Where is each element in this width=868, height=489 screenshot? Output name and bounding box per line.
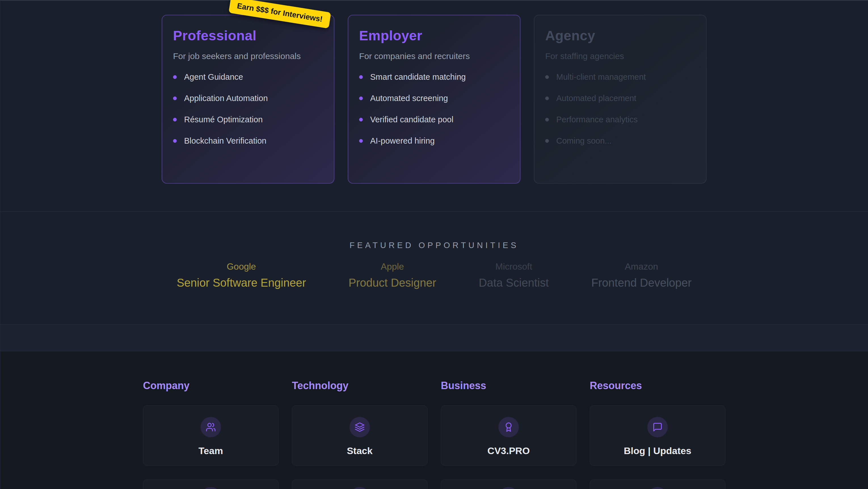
- site-footer: Company Technology Business Resources Te…: [0, 351, 868, 489]
- plan-title: Employer: [359, 28, 509, 44]
- footer-cards-row: Team Stack CV3.PRO Blog | Updates: [143, 405, 725, 466]
- footer-card-label: CV3.PRO: [487, 445, 530, 456]
- award-icon: [498, 417, 519, 437]
- plan-feature: Automated screening: [359, 94, 509, 103]
- plan-title: Professional: [173, 28, 323, 44]
- footer-card-icon: [647, 487, 668, 489]
- message-icon: [647, 417, 668, 437]
- footer-card-partial[interactable]: [441, 479, 577, 489]
- plan-feature: Smart candidate matching: [359, 73, 509, 82]
- users-icon: [200, 417, 221, 437]
- footer-heading-resources: Resources: [590, 380, 725, 392]
- footer-headings-row: Company Technology Business Resources: [143, 380, 725, 405]
- plan-feature: Multi-client management: [545, 73, 695, 82]
- featured-opportunities-section: FEATURED OPPORTUNITIES Google Senior Sof…: [0, 211, 868, 324]
- footer-card-blog[interactable]: Blog | Updates: [590, 405, 725, 466]
- footer-card-stack[interactable]: Stack: [292, 405, 428, 466]
- bullet-dot-icon: [173, 139, 177, 143]
- bullet-dot-icon: [545, 75, 549, 79]
- plan-feature: Agent Guidance: [173, 73, 323, 82]
- job-role: Senior Software Engineer: [177, 277, 306, 289]
- plans-section: Earn $$$ for Interviews! Professional Fo…: [0, 0, 868, 211]
- footer-card-label: Blog | Updates: [624, 445, 691, 456]
- job-company: Amazon: [591, 261, 692, 272]
- plan-feature: Automated placement: [545, 94, 695, 103]
- cta-strip: [0, 324, 868, 351]
- plan-subtitle: For staffing agencies: [545, 51, 695, 61]
- bullet-dot-icon: [359, 96, 363, 100]
- featured-jobs-row: Google Senior Software Engineer Apple Pr…: [0, 261, 868, 289]
- footer-heading-business: Business: [441, 380, 577, 392]
- footer-card-label: Stack: [347, 445, 373, 456]
- bullet-dot-icon: [545, 118, 549, 121]
- footer-cards-row-partial: [143, 479, 725, 489]
- job-company: Apple: [349, 261, 436, 272]
- plan-feature-list: Smart candidate matching Automated scree…: [359, 73, 509, 146]
- job-role: Product Designer: [349, 277, 436, 289]
- bullet-dot-icon: [173, 96, 177, 100]
- plan-feature: Coming soon...: [545, 136, 695, 146]
- featured-job-google[interactable]: Google Senior Software Engineer: [177, 261, 306, 289]
- footer-card-partial[interactable]: [292, 479, 428, 489]
- job-company: Microsoft: [479, 261, 549, 272]
- footer-heading-technology: Technology: [292, 380, 428, 392]
- plan-feature: Résumé Optimization: [173, 115, 323, 124]
- footer-card-label: Team: [198, 445, 223, 456]
- featured-job-apple[interactable]: Apple Product Designer: [349, 261, 436, 289]
- footer-card-partial[interactable]: [143, 479, 279, 489]
- plan-card-agency: Agency For staffing agencies Multi-clien…: [534, 15, 707, 183]
- footer-card-cv3pro[interactable]: CV3.PRO: [441, 405, 577, 466]
- bullet-dot-icon: [173, 75, 177, 79]
- plan-feature: Application Automation: [173, 94, 323, 103]
- bullet-dot-icon: [359, 75, 363, 79]
- plan-feature-list: Agent Guidance Application Automation Ré…: [173, 73, 323, 146]
- footer-card-icon: [200, 487, 221, 489]
- plan-feature: Performance analytics: [545, 115, 695, 124]
- plan-feature: Verified candidate pool: [359, 115, 509, 124]
- layers-icon: [349, 417, 370, 437]
- footer-card-partial[interactable]: [590, 479, 725, 489]
- plan-card-employer[interactable]: Employer For companies and recruiters Sm…: [348, 15, 521, 183]
- plans-row: Earn $$$ for Interviews! Professional Fo…: [0, 15, 868, 183]
- featured-job-microsoft[interactable]: Microsoft Data Scientist: [479, 261, 549, 289]
- plan-feature: AI-powered hiring: [359, 136, 509, 146]
- bullet-dot-icon: [545, 139, 549, 143]
- job-company: Google: [177, 261, 306, 272]
- featured-title: FEATURED OPPORTUNITIES: [0, 241, 868, 250]
- job-role: Frontend Developer: [591, 277, 692, 289]
- plan-feature: Blockchain Verification: [173, 136, 323, 146]
- bullet-dot-icon: [173, 118, 177, 121]
- footer-card-icon: [349, 487, 370, 489]
- footer-card-team[interactable]: Team: [143, 405, 279, 466]
- footer-card-icon: [498, 487, 519, 489]
- plan-card-professional[interactable]: Earn $$$ for Interviews! Professional Fo…: [162, 15, 335, 183]
- bullet-dot-icon: [359, 118, 363, 121]
- footer-heading-company: Company: [143, 380, 279, 392]
- plan-subtitle: For companies and recruiters: [359, 51, 509, 61]
- plan-subtitle: For job seekers and professionals: [173, 51, 323, 61]
- job-role: Data Scientist: [479, 277, 549, 289]
- bullet-dot-icon: [545, 96, 549, 100]
- featured-job-amazon[interactable]: Amazon Frontend Developer: [591, 261, 692, 289]
- plan-title: Agency: [545, 28, 695, 44]
- earn-badge: Earn $$$ for Interviews!: [229, 0, 331, 29]
- bullet-dot-icon: [359, 139, 363, 143]
- plan-feature-list: Multi-client management Automated placem…: [545, 73, 695, 146]
